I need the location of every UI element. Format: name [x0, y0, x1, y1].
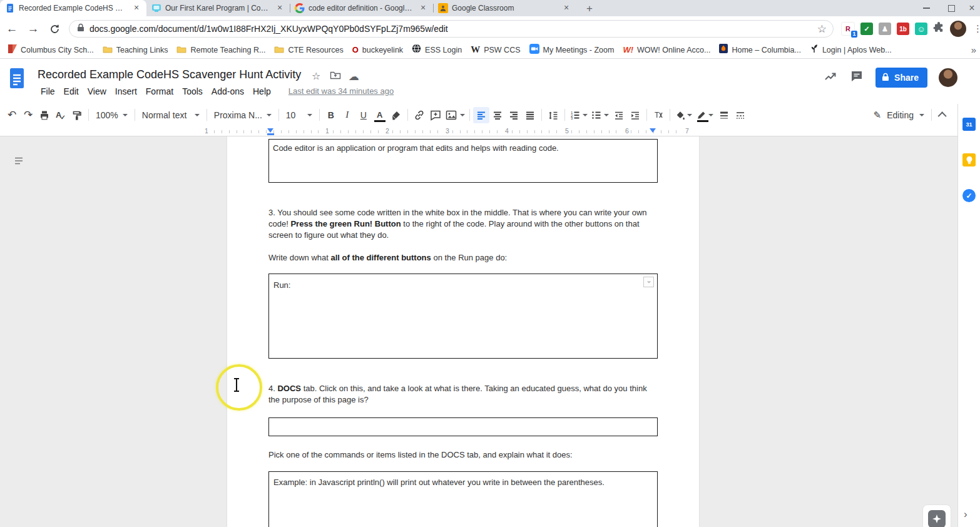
menu-insert[interactable]: Insert: [111, 85, 141, 98]
align-center-button[interactable]: [489, 107, 506, 123]
bookmark-aplos[interactable]: Login | Aplos Web...: [805, 43, 896, 57]
bulleted-list-button[interactable]: [590, 107, 611, 123]
border-dash-button[interactable]: [732, 107, 748, 123]
editing-mode-select[interactable]: ✎Editing: [870, 107, 928, 123]
instruction-paragraph-4[interactable]: 4. DOCS tab. Click on this, and take a l…: [268, 383, 663, 406]
italic-button[interactable]: I: [339, 107, 355, 123]
google-docs-logo[interactable]: [8, 67, 26, 93]
close-window-button[interactable]: ×: [964, 0, 980, 16]
comments-icon[interactable]: [849, 69, 864, 86]
explore-button[interactable]: [922, 504, 951, 527]
align-right-button[interactable]: [506, 107, 522, 123]
cloud-status-icon[interactable]: ☁: [349, 70, 359, 83]
answer-box-docs-tab[interactable]: [268, 417, 658, 436]
left-margin-marker[interactable]: [267, 133, 274, 136]
menu-view[interactable]: View: [83, 85, 111, 98]
add-comment-button[interactable]: [427, 107, 444, 123]
document-stats-icon[interactable]: [823, 69, 838, 86]
redo-button[interactable]: ↷: [20, 107, 36, 123]
underline-button[interactable]: U: [355, 107, 372, 123]
undo-button[interactable]: ↶: [4, 107, 20, 123]
move-to-folder-icon[interactable]: [330, 70, 341, 82]
star-document-icon[interactable]: ☆: [312, 70, 320, 82]
tab-classroom[interactable]: Google Classroom ×: [433, 0, 576, 16]
menu-help[interactable]: Help: [248, 85, 275, 98]
bookmarks-overflow-icon[interactable]: »: [971, 44, 980, 55]
write-down-prompt[interactable]: Write down what all of the different but…: [268, 252, 663, 264]
readwrite-extension-icon[interactable]: R1: [841, 22, 855, 36]
close-tab-icon[interactable]: ×: [561, 3, 571, 13]
collapse-toolbar-button[interactable]: [935, 107, 951, 123]
back-icon[interactable]: ←: [3, 19, 21, 38]
browser-menu-icon[interactable]: ⋮: [973, 23, 979, 34]
calendar-icon[interactable]: 31: [962, 118, 976, 131]
last-edit-link[interactable]: Last edit was 34 minutes ago: [284, 85, 398, 98]
answer-box-definition[interactable]: Code editor is an application or program…: [268, 139, 658, 183]
bookmark-buckeyelink[interactable]: O buckeyelink: [348, 43, 407, 57]
decrease-indent-button[interactable]: [611, 107, 627, 123]
bookmark-psw-ccs[interactable]: W PSW CCS: [466, 43, 524, 57]
align-left-button[interactable]: [473, 107, 489, 123]
print-button[interactable]: [36, 107, 53, 123]
tab-codehs[interactable]: Our First Karel Program | CodeHS ×: [146, 0, 290, 16]
close-tab-icon[interactable]: ×: [418, 3, 428, 13]
menu-edit[interactable]: Edit: [59, 85, 83, 98]
menu-file[interactable]: File: [36, 85, 59, 98]
numbered-list-button[interactable]: 123: [568, 107, 590, 123]
tab-docs[interactable]: Recorded Example CodeHS Scav ×: [0, 0, 146, 16]
highlight-color-button[interactable]: [388, 107, 404, 123]
reload-icon[interactable]: [45, 19, 64, 38]
gray-extension-icon[interactable]: ♟: [879, 23, 891, 35]
justify-button[interactable]: [522, 107, 538, 123]
tasks-icon[interactable]: ✓: [962, 189, 976, 202]
smiley-extension-icon[interactable]: ☺: [915, 23, 927, 35]
close-tab-icon[interactable]: ×: [131, 3, 141, 13]
hide-side-panel-icon[interactable]: ›: [964, 508, 967, 521]
styles-select[interactable]: Normal text: [138, 107, 203, 123]
spellcheck-button[interactable]: A✓: [53, 107, 69, 123]
share-button[interactable]: Share: [875, 68, 927, 88]
font-select[interactable]: Proxima N...: [210, 107, 275, 123]
keep-notes-icon[interactable]: [962, 153, 976, 166]
font-size-select[interactable]: 10: [282, 107, 316, 123]
left-indent-marker[interactable]: [267, 128, 273, 133]
bookmark-folder-cte-resources[interactable]: CTE Resources: [270, 43, 347, 57]
account-avatar[interactable]: [939, 68, 957, 87]
bookmark-columbus[interactable]: Columbus City Sch...: [4, 43, 98, 57]
right-indent-marker[interactable]: [650, 128, 656, 133]
menu-addons[interactable]: Add-ons: [207, 85, 248, 98]
answer-box-run[interactable]: Run:: [268, 274, 658, 359]
answer-box-example[interactable]: Example: in Javascript println() will pr…: [268, 471, 658, 527]
new-tab-button[interactable]: +: [581, 1, 598, 16]
show-outline-button[interactable]: [13, 155, 25, 167]
puzzle-extensions-icon[interactable]: [933, 22, 944, 36]
instruction-paragraph-3[interactable]: 3. You should see some code written in t…: [268, 207, 663, 242]
forward-icon[interactable]: →: [24, 19, 43, 38]
menu-format[interactable]: Format: [141, 85, 178, 98]
table-menu-button[interactable]: [643, 277, 654, 287]
bookmark-folder-teaching-links[interactable]: Teaching Links: [98, 43, 173, 57]
ruler[interactable]: 1 1 2 3 4 5 6 7: [0, 126, 957, 136]
kami-extension-icon[interactable]: 1b: [897, 23, 909, 35]
menu-tools[interactable]: Tools: [178, 85, 207, 98]
bookmark-folder-remote-teaching[interactable]: Remote Teaching R...: [172, 43, 270, 57]
border-width-button[interactable]: [716, 107, 732, 123]
border-color-button[interactable]: [695, 107, 716, 123]
profile-avatar[interactable]: [950, 21, 966, 37]
close-tab-icon[interactable]: ×: [275, 3, 285, 13]
paint-format-button[interactable]: [69, 107, 85, 123]
restore-button[interactable]: [939, 0, 964, 16]
pick-command-prompt[interactable]: Pick one of the commands or items listed…: [268, 449, 663, 461]
insert-image-button[interactable]: [444, 107, 466, 123]
bold-button[interactable]: B: [323, 107, 339, 123]
minimize-button[interactable]: [914, 0, 939, 16]
tab-google-search[interactable]: code editor definition - Google S ×: [290, 0, 433, 16]
line-spacing-button[interactable]: [545, 107, 561, 123]
document-title[interactable]: Recorded Example CodeHS Scavenger Hunt A…: [38, 68, 301, 81]
text-color-button[interactable]: A: [372, 107, 388, 123]
insert-link-button[interactable]: [411, 107, 427, 123]
check-extension-icon[interactable]: ✓: [860, 23, 873, 35]
fill-color-button[interactable]: [673, 107, 695, 123]
clear-formatting-button[interactable]: T: [650, 107, 666, 123]
bookmark-zoom[interactable]: My Meetings - Zoom: [525, 43, 619, 57]
